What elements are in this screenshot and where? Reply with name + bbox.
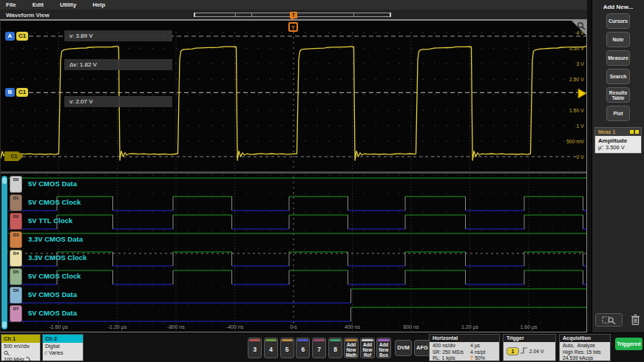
- add-new-buttons: CursorsNoteMeasureSearchResults TablePlo…: [592, 13, 644, 121]
- channel-7-button[interactable]: 7: [312, 338, 326, 358]
- probe-icon: [4, 350, 38, 358]
- digital-channel-label: 5V CMOS Clock: [28, 198, 81, 206]
- measurement-badge-header: Meas 1: [595, 128, 641, 136]
- results-table-button[interactable]: Results Table: [606, 87, 630, 103]
- digital-channel-badge-d0[interactable]: D0: [10, 176, 22, 193]
- cursor-b-badge[interactable]: B: [5, 88, 15, 97]
- acquisition-badge[interactable]: Acquisition Auto, Analyze High Res: 15 b…: [559, 334, 611, 361]
- digital-channel-badge-d7[interactable]: D7: [10, 305, 22, 322]
- digital-channel-row: D15V CMOS Clock: [1, 194, 588, 212]
- digital-channel-badge-d3[interactable]: D3: [10, 231, 22, 248]
- trigger-badge[interactable]: Trigger 1 2.04 V: [503, 334, 556, 361]
- svg-text:0 s: 0 s: [290, 324, 297, 329]
- add-new-bus-button[interactable]: Add New Bus: [376, 338, 391, 358]
- svg-text:1 V: 1 V: [576, 123, 584, 129]
- digital-channel-row: D65V CMOS Data: [1, 286, 588, 304]
- cursor-a-readout: v: 3.89 V: [64, 30, 172, 41]
- svg-text:1.50 V: 1.50 V: [569, 108, 585, 113]
- svg-text:1.20 μs: 1.20 μs: [461, 324, 479, 330]
- trigger-chevron-icon: ▾: [291, 16, 294, 21]
- menu-edit[interactable]: Edit: [33, 1, 44, 8]
- channel-3-button[interactable]: 3: [248, 338, 262, 358]
- add-new-title: Add New...: [592, 4, 644, 10]
- dvm-button[interactable]: DVM: [395, 340, 412, 356]
- cursor-delta-readout: Δv: 1.82 V: [64, 59, 172, 70]
- svg-text:-1.60 μs: -1.60 μs: [49, 324, 68, 330]
- ch1-bandwidth: 100 MHz: [4, 357, 24, 362]
- svg-text:-400 ns: -400 ns: [226, 324, 244, 329]
- cursor-b-channel-badge[interactable]: C1: [16, 88, 28, 97]
- digital-channel-label: 5V CMOS Data: [28, 290, 77, 298]
- horizontal-window: 4 µs: [470, 343, 480, 349]
- ch1-badge[interactable]: Ch 1 500 mV/div 100 MHz: [1, 334, 41, 361]
- measure-button[interactable]: Measure: [606, 50, 630, 66]
- svg-text:400 ns: 400 ns: [345, 324, 361, 329]
- menu-file[interactable]: File: [6, 1, 16, 8]
- zoom-box-magnifier-icon: [602, 315, 617, 324]
- svg-text:-1.20 μs: -1.20 μs: [108, 324, 127, 330]
- trash-icon[interactable]: [630, 313, 641, 327]
- trigger-time-flag[interactable]: T: [288, 22, 298, 32]
- horizontal-position: 50%: [475, 355, 485, 361]
- add-new-ref-button[interactable]: Add New Ref: [360, 338, 375, 358]
- ch2-badge[interactable]: Ch 2 Digital ∕: Varies: [42, 334, 84, 361]
- digital-channel-label: 5V CMOS Data: [28, 180, 77, 188]
- acquisition-title: Acquisition: [560, 335, 610, 342]
- digital-channel-label: 5V CMOS Clock: [28, 272, 81, 280]
- digital-channel-label: 5V TTL Clock: [28, 216, 72, 225]
- trigger-pos-icon: T: [470, 355, 473, 362]
- channel-5-button[interactable]: 5: [280, 338, 294, 358]
- horizontal-title: Horizontal: [430, 335, 499, 342]
- bandwidth-icon: [26, 357, 31, 361]
- plot-button[interactable]: Plot: [606, 106, 630, 121]
- waveform-graticule[interactable]: 4 V3.50 V3 V2.50 V1.50 V1 V500 mV0 V-1.6…: [0, 20, 587, 332]
- sample-interval: 4 ns/pt: [470, 349, 485, 356]
- draw-zoom-corner-button[interactable]: [572, 21, 586, 35]
- svg-text:500 mV: 500 mV: [566, 139, 584, 144]
- svg-text:800 ns: 800 ns: [403, 324, 419, 329]
- channel-8-button[interactable]: 8: [328, 338, 342, 358]
- acq-resolution: High Res: 15 bits: [563, 349, 607, 356]
- ch1-scale: 500 mV/div: [4, 344, 38, 350]
- measurement-badge[interactable]: Meas 1 Amplitude µ': 3.506 V: [594, 127, 642, 154]
- waveform-view-tab[interactable]: Waveform View: [6, 12, 50, 18]
- acq-mode: Auto,: [563, 343, 574, 348]
- horizontal-badge[interactable]: Horizontal 400 ns/div4 µs SR: 250 MS/s4 …: [429, 334, 500, 361]
- digital-channel-badge-d4[interactable]: D4: [10, 250, 22, 267]
- channel-6-button[interactable]: 6: [296, 338, 310, 358]
- ch2-badge-title: Ch 2: [43, 335, 83, 343]
- digital-channel-badge-d2[interactable]: D2: [10, 213, 22, 230]
- measurement-value: µ': 3.506 V: [598, 144, 638, 151]
- digital-channel-badge-d1[interactable]: D1: [10, 194, 22, 211]
- menu-utility[interactable]: Utility: [60, 1, 76, 8]
- oscilloscope-app: File Edit Utility Help Waveform View T 4…: [0, 0, 644, 362]
- ch1-badge-title: Ch 1: [1, 335, 40, 343]
- sample-rate: SR: 250 MS/s: [433, 349, 464, 355]
- cursor-a-badge[interactable]: A: [5, 32, 15, 41]
- results-bar: Add New... CursorsNoteMeasureSearchResul…: [592, 0, 644, 332]
- nav-tick: [353, 13, 354, 16]
- nav-tick: [235, 13, 236, 16]
- afg-button[interactable]: AFG: [414, 340, 430, 356]
- triggered-status-badge: Triggered: [615, 338, 643, 350]
- cursor-b-readout: v: 2.07 V: [64, 96, 172, 107]
- digital-channel-badge-d6[interactable]: D6: [10, 287, 22, 304]
- channel-4-button[interactable]: 4: [264, 338, 278, 358]
- add-new-math-button[interactable]: Add New Math: [344, 338, 359, 358]
- svg-text:-800 ns: -800 ns: [167, 324, 185, 329]
- cursor-a-channel-badge[interactable]: C1: [16, 32, 28, 41]
- meas-source-swatch: [630, 130, 634, 134]
- digital-channel-row: D33.3V CMOS Data: [1, 230, 588, 249]
- ch2-mode: Digital: [45, 344, 81, 350]
- meas-source-swatch: [635, 130, 639, 134]
- digital-channel-row: D43.3V CMOS Clock: [1, 249, 588, 267]
- digital-channel-badge-d5[interactable]: D5: [10, 268, 22, 285]
- ch2-threshold: ∕: Varies: [45, 350, 81, 357]
- search-button[interactable]: Search: [606, 69, 630, 84]
- nav-left-bracket: [194, 13, 195, 17]
- svg-text:3 V: 3 V: [576, 61, 584, 66]
- zoom-mode-button[interactable]: [595, 313, 623, 327]
- cursors-button[interactable]: Cursors: [606, 13, 630, 29]
- menu-help[interactable]: Help: [92, 1, 105, 8]
- note-button[interactable]: Note: [606, 32, 630, 47]
